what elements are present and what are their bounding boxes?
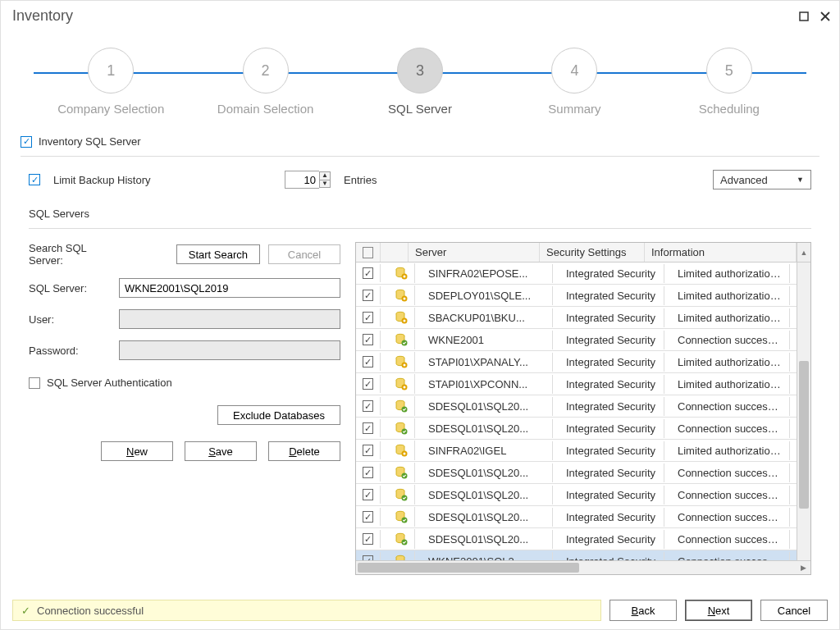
wizard-step-1[interactable]: 1Company Selection — [34, 48, 188, 116]
maximize-icon[interactable] — [798, 11, 810, 22]
step-label: Scheduling — [699, 102, 760, 116]
scrollbar-thumb[interactable] — [799, 361, 809, 509]
database-status-icon — [387, 551, 415, 560]
sql-server-input[interactable] — [119, 278, 340, 298]
row-checkbox[interactable]: ✓ — [363, 378, 373, 390]
table-row[interactable]: ✓WKNE2001Integrated SecurityConnection s… — [356, 329, 810, 351]
row-checkbox[interactable]: ✓ — [363, 489, 373, 500]
col-header-server[interactable]: Server — [409, 243, 540, 262]
cell-server: WKNE2001\SQL2... — [422, 552, 553, 561]
col-header-information[interactable]: Information — [645, 243, 797, 262]
horizontal-scrollbar[interactable]: ◀ ▶ — [356, 560, 810, 574]
spin-down-icon[interactable]: ▼ — [319, 180, 331, 188]
table-row[interactable]: ✓SBACKUP01\BKU...Integrated SecurityLimi… — [356, 307, 810, 329]
wizard-step-4[interactable]: 4Summary — [497, 48, 651, 116]
cell-security: Integrated Security — [559, 441, 664, 460]
row-checkbox[interactable]: ✓ — [363, 334, 373, 345]
status-bar: ✓ Connection successful — [12, 600, 601, 621]
limit-history-input[interactable]: ▲▼ — [285, 171, 331, 189]
table-row[interactable]: ✓SDESQL01\SQL20...Integrated SecurityCon… — [356, 484, 810, 506]
row-checkbox[interactable]: ✓ — [363, 400, 373, 412]
table-row[interactable]: ✓STAPI01\XPANALY...Integrated SecurityLi… — [356, 351, 810, 373]
row-checkbox[interactable]: ✓ — [363, 511, 373, 523]
cell-information: Connection successful - INTERN/sgr — [671, 486, 790, 504]
wizard-step-3[interactable]: 3SQL Server — [343, 48, 497, 116]
wizard-step-5[interactable]: 5Scheduling — [652, 48, 806, 116]
table-row[interactable]: ✓SINFRA02\EPOSE...Integrated SecurityLim… — [356, 262, 810, 285]
cell-information: Connection successful - INTERN/sgr — [671, 530, 790, 549]
save-button[interactable]: Save — [185, 441, 257, 461]
cell-security: Integrated Security — [559, 419, 664, 438]
database-status-icon — [387, 507, 415, 527]
step-number: 1 — [88, 48, 134, 94]
grid-header: ✓ Server Security Settings Information ▲ — [356, 243, 810, 262]
col-header-security[interactable]: Security Settings — [540, 243, 645, 262]
cell-security: Integrated Security — [559, 508, 664, 527]
table-row[interactable]: ✓SDESQL01\SQL20...Integrated SecurityCon… — [356, 506, 810, 528]
row-checkbox[interactable]: ✓ — [363, 267, 373, 279]
database-status-icon — [387, 330, 415, 349]
cell-server: SDEPLOY01\SQLE... — [422, 286, 553, 305]
header-checkbox[interactable]: ✓ — [363, 247, 373, 258]
svg-point-16 — [403, 364, 405, 367]
cell-server: SDESQL01\SQL20... — [422, 463, 553, 482]
close-icon[interactable] — [819, 11, 831, 22]
table-row[interactable]: ✓SDESQL01\SQL20...Integrated SecurityCon… — [356, 462, 810, 484]
cell-security: Integrated Security — [559, 397, 664, 416]
wizard-steps: 1Company Selection2Domain Selection3SQL … — [1, 28, 839, 124]
sql-auth-checkbox[interactable]: ✓ — [29, 377, 40, 389]
table-row[interactable]: ✓SINFRA02\IGELIntegrated SecurityLimited… — [356, 440, 810, 462]
cell-information: Limited authorization. SQL Server will — [671, 264, 790, 283]
entries-label: Entries — [344, 174, 377, 186]
database-status-icon — [387, 418, 415, 438]
sql-servers-grid[interactable]: ✓ Server Security Settings Information ▲… — [355, 242, 811, 575]
cell-security: Integrated Security — [559, 353, 664, 372]
svg-point-8 — [403, 298, 405, 300]
row-checkbox[interactable]: ✓ — [363, 533, 373, 545]
vertical-scrollbar[interactable] — [797, 262, 810, 560]
database-status-icon — [387, 374, 415, 394]
cell-information: Connection successful - INTERN/sgr — [671, 331, 790, 349]
inventory-sql-checkbox[interactable]: ✓ — [21, 136, 32, 148]
cell-information: Connection successful - INTERN/sgr — [671, 419, 790, 438]
next-button[interactable]: Next — [685, 600, 752, 621]
advanced-dropdown[interactable]: Advanced ▼ — [713, 170, 811, 189]
exclude-databases-button[interactable]: Exclude Databases — [217, 405, 340, 425]
new-button[interactable]: New — [101, 441, 173, 461]
cell-information: Connection successful - INTERN/sgr — [671, 463, 790, 482]
row-checkbox[interactable]: ✓ — [363, 312, 373, 323]
table-row[interactable]: ✓WKNE2001\SQL2...Integrated SecurityConn… — [356, 550, 810, 560]
cancel-button[interactable]: Cancel — [760, 600, 828, 621]
table-row[interactable]: ✓SDESQL01\SQL20...Integrated SecurityCon… — [356, 395, 810, 418]
spin-up-icon[interactable]: ▲ — [319, 171, 331, 180]
table-row[interactable]: ✓SDESQL01\SQL20...Integrated SecurityCon… — [356, 528, 810, 550]
row-checkbox[interactable]: ✓ — [363, 467, 373, 478]
row-checkbox[interactable]: ✓ — [363, 290, 373, 301]
table-row[interactable]: ✓SDEPLOY01\SQLE...Integrated SecurityLim… — [356, 285, 810, 307]
cell-server: SINFRA02\EPOSE... — [422, 264, 553, 283]
user-label: User: — [29, 313, 111, 326]
database-status-icon — [387, 485, 415, 504]
row-checkbox[interactable]: ✓ — [363, 356, 373, 368]
delete-button[interactable]: Delete — [268, 441, 340, 461]
row-checkbox[interactable]: ✓ — [363, 445, 373, 456]
table-row[interactable]: ✓SDESQL01\SQL20...Integrated SecurityCon… — [356, 418, 810, 440]
step-label: Domain Selection — [217, 102, 314, 116]
scroll-up-icon[interactable]: ▲ — [797, 243, 810, 262]
back-button[interactable]: Back — [609, 600, 677, 621]
row-checkbox[interactable]: ✓ — [363, 422, 373, 434]
cell-server: SDESQL01\SQL20... — [422, 508, 553, 527]
wizard-step-2[interactable]: 2Domain Selection — [188, 48, 342, 116]
table-row[interactable]: ✓STAPI01\XPCONN...Integrated SecurityLim… — [356, 373, 810, 395]
cell-server: SDESQL01\SQL20... — [422, 419, 553, 438]
cancel-search-button[interactable]: Cancel — [268, 244, 340, 264]
cell-security: Integrated Security — [559, 463, 664, 482]
database-status-icon — [387, 463, 415, 482]
cell-security: Integrated Security — [559, 486, 664, 504]
start-search-button[interactable]: Start Search — [176, 244, 260, 264]
scroll-right-icon[interactable]: ▶ — [797, 561, 810, 574]
limit-history-checkbox[interactable]: ✓ — [29, 174, 40, 185]
step-label: Company Selection — [57, 102, 164, 116]
cell-server: SDESQL01\SQL20... — [422, 397, 553, 416]
hscrollbar-thumb[interactable] — [358, 563, 579, 573]
